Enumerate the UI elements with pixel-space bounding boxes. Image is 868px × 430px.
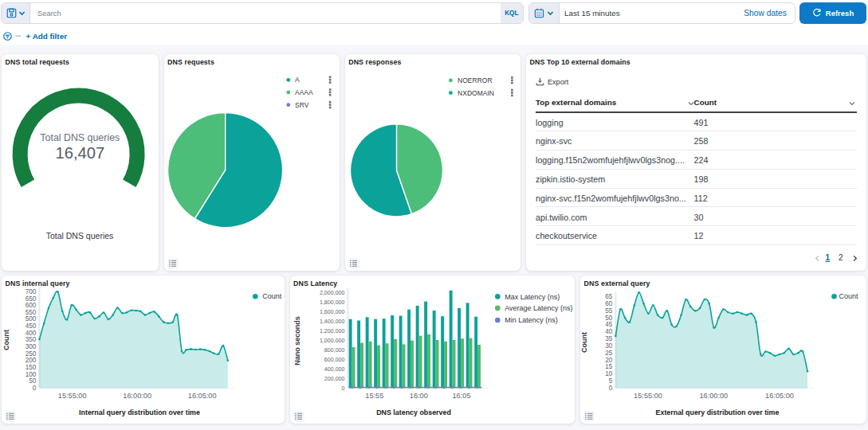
svg-text:50: 50 bbox=[605, 315, 613, 322]
svg-text:350: 350 bbox=[26, 336, 37, 343]
svg-text:400,000: 400,000 bbox=[324, 366, 344, 373]
svg-text:Count: Count bbox=[580, 332, 588, 353]
svg-text:100: 100 bbox=[26, 371, 37, 378]
svg-text:16:00:00: 16:00:00 bbox=[699, 392, 728, 400]
svg-text:25: 25 bbox=[605, 350, 613, 357]
svg-text:Max Latency (ns): Max Latency (ns) bbox=[505, 293, 560, 301]
svg-text:35: 35 bbox=[605, 335, 613, 342]
svg-text:50: 50 bbox=[29, 377, 37, 385]
svg-text:1,400,000: 1,400,000 bbox=[319, 319, 344, 325]
svg-text:40: 40 bbox=[605, 328, 613, 335]
svg-text:450: 450 bbox=[26, 322, 37, 330]
svg-text:15:55:00: 15:55:00 bbox=[58, 392, 87, 400]
svg-text:16:05:00: 16:05:00 bbox=[765, 392, 794, 400]
svg-text:1,200,000: 1,200,000 bbox=[319, 328, 344, 334]
svg-text:55: 55 bbox=[605, 307, 613, 315]
svg-text:Average Latency (ns): Average Latency (ns) bbox=[505, 304, 572, 312]
svg-text:Min Latency (ns): Min Latency (ns) bbox=[505, 316, 558, 324]
svg-text:550: 550 bbox=[26, 309, 37, 316]
svg-text:Count: Count bbox=[262, 292, 282, 300]
svg-text:650: 650 bbox=[26, 295, 37, 303]
svg-text:800,000: 800,000 bbox=[324, 347, 344, 354]
svg-text:300: 300 bbox=[26, 343, 37, 350]
svg-text:0: 0 bbox=[609, 385, 613, 392]
svg-text:0: 0 bbox=[33, 385, 37, 392]
svg-text:600,000: 600,000 bbox=[324, 357, 344, 363]
svg-text:2,000,000: 2,000,000 bbox=[319, 290, 344, 296]
svg-text:150: 150 bbox=[26, 364, 37, 371]
svg-text:15:55: 15:55 bbox=[365, 392, 383, 400]
svg-text:1,000,000: 1,000,000 bbox=[319, 338, 344, 344]
svg-text:16:05: 16:05 bbox=[452, 392, 470, 400]
svg-text:250: 250 bbox=[26, 350, 37, 358]
svg-text:60: 60 bbox=[605, 300, 613, 307]
svg-text:16:05:00: 16:05:00 bbox=[188, 392, 217, 400]
svg-text:45: 45 bbox=[605, 321, 613, 328]
svg-text:200: 200 bbox=[26, 357, 37, 364]
svg-text:10: 10 bbox=[605, 370, 613, 377]
svg-text:20: 20 bbox=[605, 357, 613, 364]
svg-text:200,000: 200,000 bbox=[324, 376, 344, 382]
svg-text:Total DNS queries: Total DNS queries bbox=[40, 132, 120, 143]
svg-text:1,600,000: 1,600,000 bbox=[319, 309, 344, 315]
svg-text:30: 30 bbox=[605, 342, 613, 350]
svg-text:16:00:00: 16:00:00 bbox=[123, 392, 151, 400]
svg-text:700: 700 bbox=[26, 288, 37, 295]
svg-text:600: 600 bbox=[26, 302, 37, 309]
svg-text:16,407: 16,407 bbox=[55, 144, 104, 162]
svg-text:Count: Count bbox=[2, 330, 10, 350]
svg-text:16:00: 16:00 bbox=[409, 392, 427, 400]
svg-text:15: 15 bbox=[605, 363, 613, 370]
svg-text:0: 0 bbox=[341, 385, 344, 392]
svg-text:Nano seconds: Nano seconds bbox=[293, 316, 301, 366]
svg-text:Count: Count bbox=[839, 292, 859, 300]
svg-text:400: 400 bbox=[26, 330, 37, 337]
svg-text:5: 5 bbox=[609, 377, 613, 385]
svg-text:65: 65 bbox=[605, 293, 613, 300]
svg-text:1,800,000: 1,800,000 bbox=[319, 299, 344, 306]
svg-text:15:55:00: 15:55:00 bbox=[634, 392, 662, 400]
svg-text:500: 500 bbox=[26, 315, 37, 322]
